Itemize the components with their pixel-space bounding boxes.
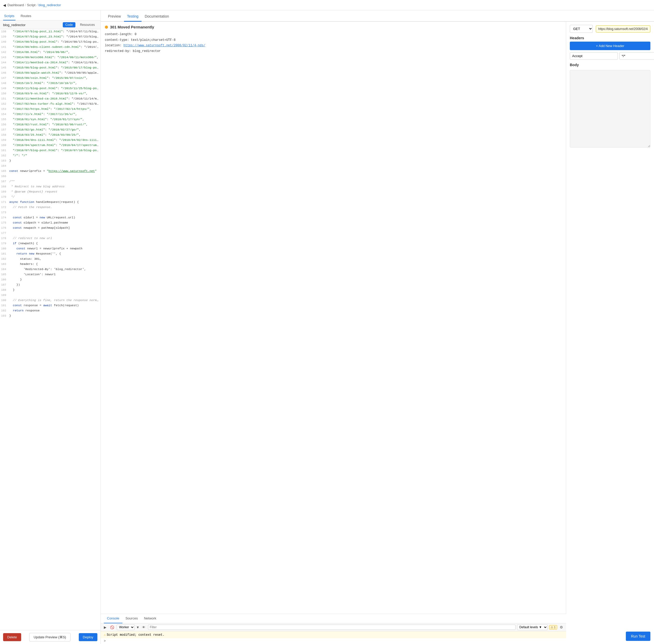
body-textarea[interactable] (570, 70, 650, 147)
line-number: 173 (0, 210, 9, 215)
code-editor[interactable]: 138 "/2014/07/blog-post_11.html": "/2014… (0, 29, 100, 630)
line-number: 188 (0, 288, 9, 293)
line-content: const newurlprefix = "https://www.saturn… (9, 169, 100, 174)
subtab-code[interactable]: Code (63, 22, 75, 27)
code-line: 176 const newpath = pathmap[oldpath] (0, 226, 100, 231)
back-arrow[interactable]: ◀ (3, 3, 6, 7)
code-line: 161 "/2018/07/blog-post.html": "/2018/07… (0, 148, 100, 153)
line-content: * Redirect to new blog address (9, 184, 100, 189)
code-line: 188 } (0, 288, 100, 293)
header-value-input[interactable] (620, 52, 654, 60)
location-url[interactable]: https://www.saturnsoft.net/2008/02/11/4-… (123, 44, 205, 47)
tab-testing[interactable]: Testing (124, 14, 142, 22)
console-prompt[interactable]: > (101, 638, 566, 644)
code-line: 147 "/2015/09/coin.html": "/2015/09/07/c… (0, 76, 100, 81)
line-content: const response = await fetch(request) (9, 303, 100, 308)
line-number: 145 (0, 65, 9, 71)
filter-input[interactable] (148, 625, 515, 630)
line-number: 176 (0, 226, 9, 231)
nav-script[interactable]: Script (27, 3, 35, 7)
console-play-btn[interactable]: ▶ (103, 625, 107, 630)
console-tab-network[interactable]: Network (141, 614, 160, 623)
left-panel: Scripts Routes blog_redirector Code Reso… (0, 10, 101, 644)
console-tab-sources[interactable]: Sources (122, 614, 141, 623)
code-line: 170 */ (0, 194, 100, 200)
line-number: 183 (0, 262, 9, 267)
subtab-resources[interactable]: Resources (77, 22, 97, 27)
line-number: 182 (0, 257, 9, 262)
delete-button[interactable]: Delete (3, 633, 21, 641)
line-number: 166 (0, 174, 9, 179)
response-meta: content-length: 0 content-type: text/pla… (105, 32, 562, 54)
code-line: 144 "/2014/11/meetbsd-ca-2014.html": "/2… (0, 60, 100, 65)
line-content: "/2015/08/blog-post.html": "/2015/08/17/… (9, 65, 100, 71)
code-line: 154 "/2017/11/x.html": "/2017/11/26/x/", (0, 112, 100, 117)
response-status-row: 301 Moved Permanently (105, 25, 562, 29)
console-log-line: ⚠Script modified; context reset. (101, 631, 566, 638)
tab-preview[interactable]: Preview (105, 14, 124, 22)
line-number: 193 (0, 314, 9, 319)
line-number: 154 (0, 112, 9, 117)
line-content: } (9, 158, 100, 164)
line-number: 168 (0, 184, 9, 189)
console-area: Console Sources Network ▶ 🚫 Worker ▼ 👁 (101, 614, 566, 644)
header-key-input[interactable] (570, 52, 618, 60)
line-number: 167 (0, 179, 9, 184)
line-number: 139 (0, 34, 9, 40)
tab-documentation[interactable]: Documentation (142, 14, 172, 22)
line-content: "/2018/02/rust.html": "/2018/02/06/rust/… (9, 122, 100, 128)
run-test-button[interactable]: Run Test (626, 631, 650, 641)
response-content: 301 Moved Permanently content-length: 0 … (101, 22, 566, 614)
header-row-1: ✕ (570, 52, 650, 60)
line-content: */ (9, 194, 100, 200)
line-number: 186 (0, 277, 9, 282)
left-tabs-bar: Scripts Routes (0, 10, 100, 21)
code-line: 152 "/2017/02/msx-turbor-fs-algt.html": … (0, 101, 100, 107)
console-tab-console[interactable]: Console (104, 614, 122, 623)
method-select[interactable]: GET POST PUT DELETE PATCH (570, 25, 593, 33)
console-tabs-bar: Console Sources Network (101, 614, 566, 623)
line-content: const oldpath = oldurl.pathname (9, 221, 100, 226)
line-content (9, 174, 100, 179)
update-preview-button[interactable]: Update Preview (⌘S) (29, 633, 71, 641)
line-content: "/2015/09/coin.html": "/2015/09/07/coin/… (9, 76, 100, 81)
status-dot (105, 26, 108, 29)
line-number: 165 (0, 169, 9, 174)
levels-select[interactable]: Default levels ▼ (517, 624, 548, 630)
meta-content-length: content-length: 0 (105, 32, 562, 38)
deploy-button[interactable]: Deploy (79, 633, 97, 641)
code-line: 162 "/": "/" (0, 153, 100, 158)
response-and-console: 301 Moved Permanently content-length: 0 … (101, 22, 566, 644)
code-line: 140 "/2014/08/blog-post.html": "/2014/08… (0, 40, 100, 45)
console-block-btn[interactable]: 🚫 (109, 625, 115, 630)
url-input[interactable] (596, 25, 650, 32)
line-number: 156 (0, 122, 9, 128)
line-content: "/2014/09/moto360.html": "/2014/09/11/mo… (9, 55, 100, 60)
code-line: 146 "/2015/09/apple-watch.html": "/2015/… (0, 71, 100, 76)
line-number: 184 (0, 267, 9, 272)
line-number: 158 (0, 133, 9, 138)
code-line: 185 'Location': newurl (0, 272, 100, 277)
code-line: 180 const newurl = newurlprefix + newpat… (0, 246, 100, 251)
code-line: 189 (0, 293, 100, 298)
code-line: 190 // Everything is fine, return the re… (0, 298, 100, 303)
line-number: 164 (0, 164, 9, 169)
worker-select[interactable]: Worker (117, 624, 135, 630)
tab-routes[interactable]: Routes (20, 14, 32, 20)
line-number: 172 (0, 205, 9, 210)
tab-scripts[interactable]: Scripts (3, 14, 16, 20)
status-text: 301 Moved Permanently (110, 25, 154, 29)
add-header-button[interactable]: + Add New Header (570, 42, 650, 50)
meta-location: location: https://www.saturnsoft.net/200… (105, 43, 562, 49)
code-line: 175 const oldpath = oldurl.pathname (0, 221, 100, 226)
console-settings-btn[interactable]: ⚙ (559, 625, 564, 630)
code-line: 138 "/2014/07/blog-post_11.html": "/2014… (0, 29, 100, 34)
line-number: 187 (0, 282, 9, 288)
nav-dashboard[interactable]: Dashboard (7, 3, 24, 7)
code-line: 172 // Fetch the response. (0, 205, 100, 210)
line-content (9, 231, 100, 236)
code-line: 174 const oldurl = new URL(request.url) (0, 215, 100, 221)
console-eye-btn[interactable]: 👁 (141, 625, 146, 630)
code-line: 186 } (0, 277, 100, 282)
line-number: 144 (0, 60, 9, 65)
